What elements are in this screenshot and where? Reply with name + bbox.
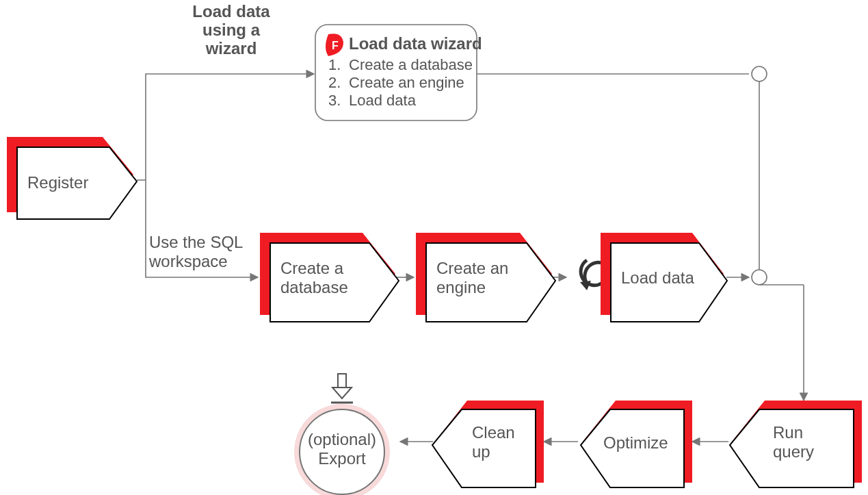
svg-text:1.: 1. (328, 56, 341, 73)
svg-text:Clean: Clean (472, 423, 515, 442)
firebolt-icon: F (326, 34, 343, 56)
svg-text:Use the SQL: Use the SQL (149, 233, 243, 251)
step-load-data: Load data (601, 233, 727, 322)
download-icon (331, 374, 353, 403)
svg-text:Create an engine: Create an engine (349, 74, 464, 91)
svg-text:3.: 3. (328, 92, 341, 109)
svg-text:F: F (332, 40, 339, 51)
svg-text:engine: engine (436, 278, 486, 296)
step-create-engine: Create an engine (416, 233, 555, 322)
svg-text:Create a: Create a (280, 259, 344, 277)
svg-point-2 (752, 66, 767, 81)
step-register: Register (7, 137, 137, 219)
svg-text:Create a database: Create a database (349, 56, 473, 73)
svg-text:using a: using a (202, 21, 261, 39)
svg-rect-36 (338, 374, 346, 388)
wizard-box: F Load data wizard 1. Create a database … (315, 25, 482, 120)
flow-diagram: Register Load data using a wizard F Load… (0, 0, 868, 495)
svg-text:2.: 2. (328, 74, 341, 91)
svg-text:up: up (472, 442, 490, 461)
svg-text:query: query (773, 442, 814, 461)
register-label: Register (27, 173, 88, 192)
step-export: (optional) Export (294, 404, 390, 495)
svg-text:Export: Export (318, 449, 366, 468)
svg-text:database: database (280, 278, 348, 296)
svg-text:Run: Run (773, 423, 803, 442)
wizard-caption: Load data using a wizard (192, 2, 270, 58)
svg-point-3 (752, 270, 767, 285)
step-create-database: Create a database (260, 233, 399, 322)
sql-caption: Use the SQL workspace (148, 233, 243, 270)
svg-text:Load data: Load data (349, 92, 417, 109)
svg-text:Create an: Create an (436, 259, 508, 277)
step-run-query: Run query (730, 401, 862, 487)
svg-text:wizard: wizard (205, 39, 257, 58)
svg-text:workspace: workspace (148, 252, 228, 270)
svg-text:Load data: Load data (192, 2, 270, 21)
svg-text:(optional): (optional) (308, 430, 376, 448)
svg-text:Load data wizard: Load data wizard (349, 34, 482, 53)
svg-text:Load data: Load data (621, 268, 694, 287)
step-optimize: Optimize (581, 401, 692, 487)
svg-text:Optimize: Optimize (603, 433, 668, 452)
step-clean-up: Clean up (432, 401, 544, 487)
